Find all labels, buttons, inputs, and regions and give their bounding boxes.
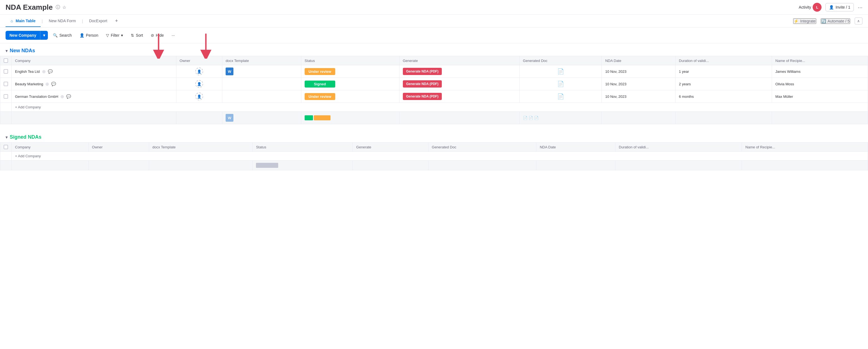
signed-header-docx: docx Template xyxy=(149,143,252,152)
row2-chat-icon[interactable]: 💬 xyxy=(51,82,56,86)
tab-separator-2: | xyxy=(81,19,84,23)
row3-docx-template xyxy=(222,90,301,103)
app-header: NDA Example ⓘ ☆ Activity L 👤 Invite / 1 … xyxy=(0,0,868,15)
header-generated-doc: Generated Doc xyxy=(519,56,602,65)
signed-summary-grey-bar xyxy=(256,163,278,168)
row1-owner: 👤 xyxy=(176,65,222,78)
info-icon[interactable]: ⓘ xyxy=(56,4,60,10)
row1-word-icon[interactable]: W xyxy=(226,68,234,75)
row1-add-icon[interactable]: ⊕ xyxy=(42,69,45,74)
row1-checkbox-cell xyxy=(0,65,12,78)
signed-ndas-section: ▾ Signed NDAs Company Owner docx Templat… xyxy=(0,130,868,170)
search-icon: 🔍 xyxy=(53,33,58,37)
signed-ndas-chevron[interactable]: ▾ xyxy=(6,135,7,139)
row1-status-badge: Under review xyxy=(305,68,335,75)
row3-owner-avatar: 👤 xyxy=(195,93,203,100)
new-ndas-add-label[interactable]: + Add Company xyxy=(12,103,868,112)
row2-add-icon[interactable]: ⊕ xyxy=(45,81,49,87)
row3-chat-icon[interactable]: 💬 xyxy=(66,94,71,99)
row1-generate-button[interactable]: Generate NDA (PDF) xyxy=(403,68,442,75)
filter-button[interactable]: ▽ Filter ▾ xyxy=(103,31,126,40)
new-ndas-header: ▾ New NDAs xyxy=(0,43,868,56)
hide-button[interactable]: ⊘ Hide xyxy=(148,31,167,40)
collapse-button[interactable]: ∧ xyxy=(855,18,862,25)
header-company: Company xyxy=(12,56,176,65)
select-all-checkbox[interactable] xyxy=(4,58,8,63)
new-ndas-summary-row: W 📄 📄 xyxy=(0,112,868,124)
summary-orange-bar xyxy=(314,115,331,120)
tab-main-table[interactable]: ⌂ Main Table xyxy=(6,15,41,27)
row3-checkbox[interactable] xyxy=(4,94,8,99)
tabs-bar: ⌂ Main Table | New NDA Form | DocExport … xyxy=(0,15,868,28)
row3-generate-button[interactable]: Generate NDA (PDF) xyxy=(403,93,442,100)
row2-doc-icon: 📄 xyxy=(557,81,564,87)
row1-doc-icon: 📄 xyxy=(557,68,564,74)
new-ndas-table: Company Owner docx Template Status Gener… xyxy=(0,56,868,124)
row1-checkbox[interactable] xyxy=(4,69,8,74)
signed-header-generated-doc: Generated Doc xyxy=(428,143,536,152)
signed-ndas-header: ▾ Signed NDAs xyxy=(0,130,868,142)
more-button[interactable]: ··· xyxy=(858,4,862,10)
row3-add-icon[interactable]: ⊕ xyxy=(60,94,64,99)
table-row: Beauty Marketing ⊕ 💬 👤 Sig xyxy=(0,78,868,90)
search-button[interactable]: 🔍 Search xyxy=(50,31,74,40)
row1-company-name: English Tea Ltd xyxy=(15,69,40,74)
new-ndas-chevron[interactable]: ▾ xyxy=(6,48,7,53)
tab-new-nda-form[interactable]: New NDA Form xyxy=(44,15,81,27)
person-button[interactable]: 👤 Person xyxy=(77,31,101,40)
table-header-row: Company Owner docx Template Status Gener… xyxy=(0,56,868,65)
row2-docx-template xyxy=(222,78,301,90)
filter-icon: ▽ xyxy=(106,33,109,37)
dropdown-arrow-icon[interactable]: ▾ xyxy=(40,31,48,40)
summary-doc-icon-2: 📄 xyxy=(529,116,533,120)
new-company-button[interactable]: New Company ▾ xyxy=(6,31,48,40)
automate-icon: 🔄 xyxy=(821,19,826,23)
signed-header-checkbox-cell xyxy=(0,143,12,152)
header-nda-date: NDA Date xyxy=(602,56,676,65)
row2-generated-doc: 📄 xyxy=(519,78,602,90)
signed-summary-status-bars xyxy=(256,163,349,168)
signed-ndas-add-row[interactable]: + Add Company xyxy=(0,152,868,161)
row2-nda-date: 10 Nov, 2023 xyxy=(602,78,676,90)
integrate-button[interactable]: ⚡ Integrate xyxy=(793,18,816,24)
row3-status: Under review xyxy=(301,90,399,103)
add-tab-button[interactable]: + xyxy=(113,15,121,27)
hide-icon: ⊘ xyxy=(151,33,154,37)
row1-nda-date: 10 Nov, 2023 xyxy=(602,65,676,78)
tabs-left: ⌂ Main Table | New NDA Form | DocExport … xyxy=(6,15,121,27)
person-filter-icon: 👤 xyxy=(80,33,84,37)
signed-select-all[interactable] xyxy=(4,145,8,149)
more-toolbar-button[interactable]: ··· xyxy=(169,31,178,40)
signed-header-owner: Owner xyxy=(89,143,149,152)
header-recipient: Name of Recipie... xyxy=(772,56,868,65)
row3-generated-doc: 📄 xyxy=(519,90,602,103)
automate-button[interactable]: 🔄 Automate / 5 xyxy=(821,18,850,24)
row2-generate-button[interactable]: Generate NDA (PDF) xyxy=(403,80,442,88)
header-right: Activity L 👤 Invite / 1 ··· xyxy=(799,3,862,12)
signed-ndas-table: Company Owner docx Template Status Gener… xyxy=(0,142,868,170)
summary-green-bar xyxy=(305,115,313,120)
signed-header-nda-date: NDA Date xyxy=(536,143,615,152)
row3-recipient: Max Müller xyxy=(772,90,868,103)
sort-button[interactable]: ⇅ Sort xyxy=(128,31,146,40)
signed-ndas-label: Signed NDAs xyxy=(10,134,41,140)
summary-doc-icon-3: 📄 xyxy=(534,116,538,120)
new-ndas-add-row[interactable]: + Add Company xyxy=(0,103,868,112)
row2-checkbox[interactable] xyxy=(4,82,8,86)
activity-button[interactable]: Activity L xyxy=(799,3,822,12)
signed-ndas-add-label[interactable]: + Add Company xyxy=(12,152,868,161)
row1-docx-template: W xyxy=(222,65,301,78)
row1-owner-avatar: 👤 xyxy=(195,68,203,75)
summary-word-icon: W xyxy=(226,114,234,122)
tab-docexport[interactable]: DocExport xyxy=(84,15,112,27)
star-icon[interactable]: ☆ xyxy=(62,5,66,10)
header-status: Status xyxy=(301,56,399,65)
invite-button[interactable]: 👤 Invite / 1 xyxy=(826,3,854,11)
table-row: English Tea Ltd ⊕ 💬 👤 W xyxy=(0,65,868,78)
more-toolbar-icon: ··· xyxy=(172,33,175,37)
header-checkbox-cell xyxy=(0,56,12,65)
row1-chat-icon[interactable]: 💬 xyxy=(48,69,53,74)
person-icon: 👤 xyxy=(829,5,834,9)
signed-header-duration: Duration of validi... xyxy=(615,143,742,152)
sort-icon: ⇅ xyxy=(131,33,134,37)
